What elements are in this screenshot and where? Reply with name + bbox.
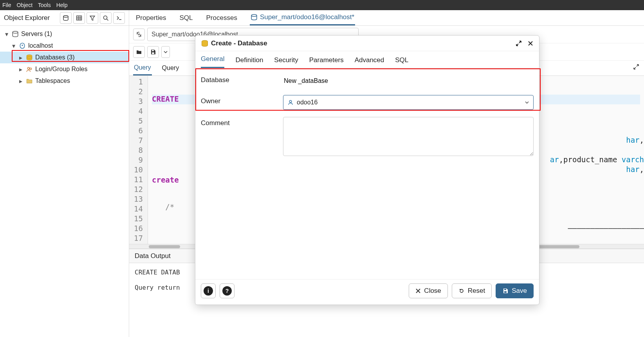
- svg-rect-15: [504, 291, 507, 293]
- form-row-comment: Comment: [201, 117, 534, 157]
- db-icon-button[interactable]: [60, 12, 72, 24]
- database-icon: [26, 54, 33, 61]
- search-icon-button[interactable]: [100, 12, 112, 24]
- caret-down-icon[interactable]: ▾: [11, 42, 16, 50]
- dtab-sql[interactable]: SQL: [395, 56, 408, 68]
- caret-right-icon[interactable]: ▸: [18, 66, 23, 73]
- tree-servers-label: Servers (1): [21, 30, 52, 38]
- gutter: 123456789101112131415161718: [129, 76, 148, 244]
- tab-processes[interactable]: Processes: [206, 10, 238, 25]
- unlink-icon-button[interactable]: [133, 29, 145, 40]
- dialog-title: Create - Database: [211, 39, 267, 47]
- label-comment: Comment: [201, 117, 283, 127]
- info-button[interactable]: i: [201, 283, 216, 298]
- form-row-database: Database: [201, 74, 534, 88]
- dialog-close-button[interactable]: [527, 40, 534, 47]
- save-icon: [502, 288, 509, 294]
- code-frag-16: –––––––––––––––––: [568, 224, 644, 232]
- tab-properties[interactable]: Properties: [135, 10, 167, 25]
- code-line-4: create: [152, 176, 179, 184]
- dialog-header: Create - Database: [195, 36, 539, 51]
- dtab-general[interactable]: General: [201, 55, 224, 68]
- tree-databases-label: Databases (3): [35, 54, 75, 61]
- close-icon: [415, 288, 421, 294]
- svg-point-8: [27, 67, 29, 69]
- tab-sql[interactable]: SQL: [179, 10, 193, 25]
- tree-tablespaces-label: Tablespaces: [35, 77, 70, 84]
- svg-point-5: [22, 45, 23, 46]
- comment-input[interactable]: [283, 117, 534, 156]
- owner-value: odoo16: [297, 99, 317, 106]
- sidebar-tree: ▾ Servers (1) ▾ localhost ▸ Databases (3…: [0, 26, 129, 337]
- menu-tools[interactable]: Tools: [38, 2, 51, 8]
- save-button[interactable]: [147, 46, 159, 58]
- svg-rect-10: [152, 50, 154, 51]
- label-owner: Owner: [201, 95, 283, 105]
- dtab-definition[interactable]: Definition: [235, 56, 263, 68]
- code-frag-9: ar,product_name varch: [550, 155, 644, 164]
- object-explorer-title: Object Explorer: [4, 14, 50, 22]
- folder-icon: [26, 77, 33, 84]
- code-line-1: CREATE: [152, 95, 179, 103]
- menu-file[interactable]: File: [2, 2, 11, 8]
- code-frag-7: har,: [626, 136, 644, 144]
- menu-object[interactable]: Object: [17, 2, 32, 8]
- close-button[interactable]: Close: [409, 283, 447, 298]
- object-explorer-title-bar: Object Explorer: [0, 10, 129, 25]
- terminal-icon-button[interactable]: [113, 12, 125, 24]
- save-dropdown-button[interactable]: [161, 46, 170, 58]
- table-icon-button[interactable]: [73, 12, 85, 24]
- tab-query[interactable]: Query: [133, 61, 152, 75]
- server-group-icon: [12, 30, 19, 38]
- caret-down-icon[interactable]: ▾: [4, 30, 9, 38]
- expand-icon[interactable]: [633, 64, 639, 70]
- dialog-maximize-button[interactable]: [516, 40, 522, 47]
- tab-query-tool-label: Super_mart/odoo16@localhost*: [260, 13, 354, 21]
- user-icon: [287, 99, 294, 106]
- reset-button[interactable]: Reset: [452, 283, 492, 298]
- owner-select[interactable]: odoo16: [283, 95, 534, 110]
- svg-point-13: [289, 100, 292, 103]
- menu-help[interactable]: Help: [56, 2, 68, 8]
- create-database-dialog: Create - Database General Definition Sec…: [195, 35, 539, 305]
- svg-point-4: [13, 31, 18, 33]
- code-line-5: /*: [152, 203, 174, 211]
- header-row: Object Explorer Properties SQL Processes…: [0, 10, 644, 26]
- tab-query-history[interactable]: Query: [161, 61, 180, 75]
- dtab-security[interactable]: Security: [274, 56, 298, 68]
- reset-label: Reset: [468, 287, 485, 295]
- svg-point-0: [63, 15, 68, 17]
- form-row-owner: Owner odoo16: [201, 95, 534, 110]
- caret-right-icon[interactable]: ▸: [18, 77, 23, 85]
- svg-point-9: [30, 68, 32, 70]
- dtab-parameters[interactable]: Parameters: [309, 56, 344, 68]
- server-icon: [19, 42, 26, 49]
- dialog-body: Database Owner odoo16 Comment: [195, 68, 539, 170]
- main-tabs: Properties SQL Processes Super_mart/odoo…: [129, 10, 355, 25]
- tree-databases[interactable]: ▸ Databases (3): [0, 52, 129, 63]
- caret-right-icon[interactable]: ▸: [18, 54, 23, 61]
- help-button[interactable]: ?: [220, 283, 235, 298]
- label-database: Database: [201, 74, 283, 84]
- tab-query-tool[interactable]: Super_mart/odoo16@localhost*: [250, 10, 355, 25]
- open-file-button[interactable]: [133, 46, 145, 58]
- tree-login-roles[interactable]: ▸ Login/Group Roles: [0, 63, 129, 75]
- tree-servers[interactable]: ▾ Servers (1): [0, 28, 129, 40]
- chevron-down-icon: [525, 100, 529, 105]
- filter-icon-button[interactable]: [87, 12, 98, 24]
- roles-icon: [26, 66, 33, 73]
- database-name-input[interactable]: [283, 74, 534, 88]
- scroll-thumb-left[interactable]: [149, 245, 180, 248]
- svg-rect-1: [77, 16, 82, 20]
- close-label: Close: [424, 287, 441, 295]
- menubar: File Object Tools Help: [0, 0, 644, 10]
- save-dialog-button[interactable]: Save: [496, 283, 534, 298]
- svg-point-2: [104, 16, 107, 19]
- tree-localhost-label: localhost: [28, 42, 53, 49]
- svg-rect-14: [504, 289, 506, 290]
- svg-point-3: [251, 14, 257, 16]
- dtab-advanced[interactable]: Advanced: [355, 56, 384, 68]
- tree-localhost[interactable]: ▾ localhost: [0, 40, 129, 52]
- dialog-footer: i ? Close Reset Save: [195, 279, 539, 305]
- tree-tablespaces[interactable]: ▸ Tablespaces: [0, 75, 129, 87]
